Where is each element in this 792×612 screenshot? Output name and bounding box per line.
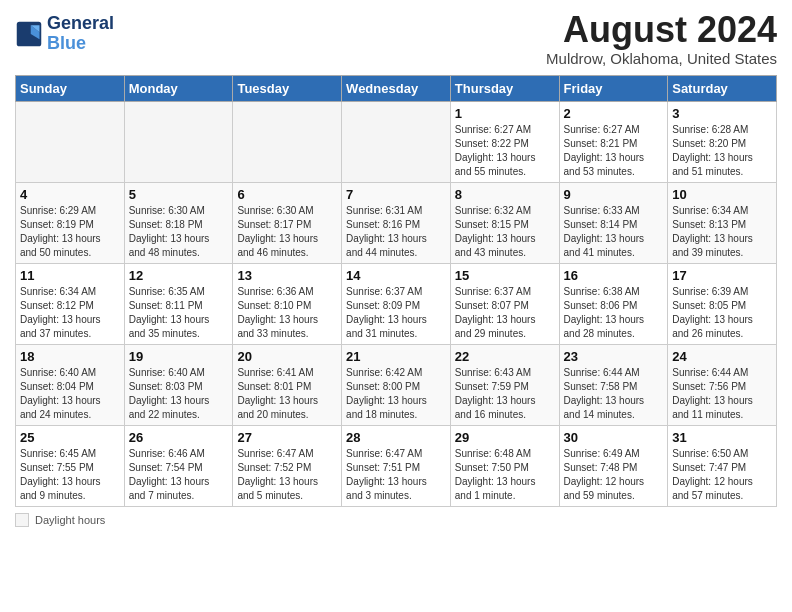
day-number: 14 xyxy=(346,268,446,283)
day-cell: 17Sunrise: 6:39 AM Sunset: 8:05 PM Dayli… xyxy=(668,263,777,344)
day-info: Sunrise: 6:50 AM Sunset: 7:47 PM Dayligh… xyxy=(672,447,772,503)
day-info: Sunrise: 6:47 AM Sunset: 7:52 PM Dayligh… xyxy=(237,447,337,503)
day-cell: 24Sunrise: 6:44 AM Sunset: 7:56 PM Dayli… xyxy=(668,344,777,425)
col-header-monday: Monday xyxy=(124,75,233,101)
day-info: Sunrise: 6:43 AM Sunset: 7:59 PM Dayligh… xyxy=(455,366,555,422)
day-info: Sunrise: 6:38 AM Sunset: 8:06 PM Dayligh… xyxy=(564,285,664,341)
day-cell: 12Sunrise: 6:35 AM Sunset: 8:11 PM Dayli… xyxy=(124,263,233,344)
main-title: August 2024 xyxy=(546,10,777,50)
day-cell: 4Sunrise: 6:29 AM Sunset: 8:19 PM Daylig… xyxy=(16,182,125,263)
logo-line1: General xyxy=(47,14,114,34)
day-info: Sunrise: 6:27 AM Sunset: 8:21 PM Dayligh… xyxy=(564,123,664,179)
day-info: Sunrise: 6:41 AM Sunset: 8:01 PM Dayligh… xyxy=(237,366,337,422)
day-cell: 31Sunrise: 6:50 AM Sunset: 7:47 PM Dayli… xyxy=(668,425,777,506)
day-number: 6 xyxy=(237,187,337,202)
col-header-wednesday: Wednesday xyxy=(342,75,451,101)
day-number: 7 xyxy=(346,187,446,202)
col-header-thursday: Thursday xyxy=(450,75,559,101)
day-info: Sunrise: 6:42 AM Sunset: 8:00 PM Dayligh… xyxy=(346,366,446,422)
day-number: 12 xyxy=(129,268,229,283)
title-block: August 2024 Muldrow, Oklahoma, United St… xyxy=(546,10,777,67)
day-info: Sunrise: 6:36 AM Sunset: 8:10 PM Dayligh… xyxy=(237,285,337,341)
day-number: 24 xyxy=(672,349,772,364)
legend-label: Daylight hours xyxy=(35,514,105,526)
day-info: Sunrise: 6:45 AM Sunset: 7:55 PM Dayligh… xyxy=(20,447,120,503)
day-number: 17 xyxy=(672,268,772,283)
logo-line2: Blue xyxy=(47,34,114,54)
day-number: 20 xyxy=(237,349,337,364)
day-info: Sunrise: 6:40 AM Sunset: 8:04 PM Dayligh… xyxy=(20,366,120,422)
calendar-table: SundayMondayTuesdayWednesdayThursdayFrid… xyxy=(15,75,777,507)
day-cell: 10Sunrise: 6:34 AM Sunset: 8:13 PM Dayli… xyxy=(668,182,777,263)
day-info: Sunrise: 6:30 AM Sunset: 8:18 PM Dayligh… xyxy=(129,204,229,260)
day-number: 8 xyxy=(455,187,555,202)
day-number: 18 xyxy=(20,349,120,364)
header-row: SundayMondayTuesdayWednesdayThursdayFrid… xyxy=(16,75,777,101)
day-info: Sunrise: 6:33 AM Sunset: 8:14 PM Dayligh… xyxy=(564,204,664,260)
day-cell: 27Sunrise: 6:47 AM Sunset: 7:52 PM Dayli… xyxy=(233,425,342,506)
day-cell: 29Sunrise: 6:48 AM Sunset: 7:50 PM Dayli… xyxy=(450,425,559,506)
day-cell: 3Sunrise: 6:28 AM Sunset: 8:20 PM Daylig… xyxy=(668,101,777,182)
day-number: 3 xyxy=(672,106,772,121)
day-cell: 18Sunrise: 6:40 AM Sunset: 8:04 PM Dayli… xyxy=(16,344,125,425)
day-number: 2 xyxy=(564,106,664,121)
day-info: Sunrise: 6:49 AM Sunset: 7:48 PM Dayligh… xyxy=(564,447,664,503)
logo-icon xyxy=(15,20,43,48)
header: General Blue August 2024 Muldrow, Oklaho… xyxy=(15,10,777,67)
day-cell: 2Sunrise: 6:27 AM Sunset: 8:21 PM Daylig… xyxy=(559,101,668,182)
week-row-4: 18Sunrise: 6:40 AM Sunset: 8:04 PM Dayli… xyxy=(16,344,777,425)
day-cell xyxy=(16,101,125,182)
col-header-friday: Friday xyxy=(559,75,668,101)
day-cell: 28Sunrise: 6:47 AM Sunset: 7:51 PM Dayli… xyxy=(342,425,451,506)
day-info: Sunrise: 6:44 AM Sunset: 7:56 PM Dayligh… xyxy=(672,366,772,422)
day-number: 15 xyxy=(455,268,555,283)
day-number: 10 xyxy=(672,187,772,202)
day-info: Sunrise: 6:48 AM Sunset: 7:50 PM Dayligh… xyxy=(455,447,555,503)
day-number: 4 xyxy=(20,187,120,202)
day-number: 27 xyxy=(237,430,337,445)
day-info: Sunrise: 6:46 AM Sunset: 7:54 PM Dayligh… xyxy=(129,447,229,503)
day-number: 30 xyxy=(564,430,664,445)
legend-box xyxy=(15,513,29,527)
day-cell: 11Sunrise: 6:34 AM Sunset: 8:12 PM Dayli… xyxy=(16,263,125,344)
day-number: 28 xyxy=(346,430,446,445)
day-info: Sunrise: 6:29 AM Sunset: 8:19 PM Dayligh… xyxy=(20,204,120,260)
day-cell: 26Sunrise: 6:46 AM Sunset: 7:54 PM Dayli… xyxy=(124,425,233,506)
week-row-2: 4Sunrise: 6:29 AM Sunset: 8:19 PM Daylig… xyxy=(16,182,777,263)
day-cell: 19Sunrise: 6:40 AM Sunset: 8:03 PM Dayli… xyxy=(124,344,233,425)
day-number: 21 xyxy=(346,349,446,364)
day-cell: 7Sunrise: 6:31 AM Sunset: 8:16 PM Daylig… xyxy=(342,182,451,263)
day-info: Sunrise: 6:34 AM Sunset: 8:13 PM Dayligh… xyxy=(672,204,772,260)
day-cell: 13Sunrise: 6:36 AM Sunset: 8:10 PM Dayli… xyxy=(233,263,342,344)
day-cell: 14Sunrise: 6:37 AM Sunset: 8:09 PM Dayli… xyxy=(342,263,451,344)
day-info: Sunrise: 6:35 AM Sunset: 8:11 PM Dayligh… xyxy=(129,285,229,341)
day-number: 1 xyxy=(455,106,555,121)
day-cell: 21Sunrise: 6:42 AM Sunset: 8:00 PM Dayli… xyxy=(342,344,451,425)
day-cell: 9Sunrise: 6:33 AM Sunset: 8:14 PM Daylig… xyxy=(559,182,668,263)
day-cell xyxy=(342,101,451,182)
day-cell: 6Sunrise: 6:30 AM Sunset: 8:17 PM Daylig… xyxy=(233,182,342,263)
day-info: Sunrise: 6:31 AM Sunset: 8:16 PM Dayligh… xyxy=(346,204,446,260)
week-row-5: 25Sunrise: 6:45 AM Sunset: 7:55 PM Dayli… xyxy=(16,425,777,506)
day-number: 31 xyxy=(672,430,772,445)
day-cell: 25Sunrise: 6:45 AM Sunset: 7:55 PM Dayli… xyxy=(16,425,125,506)
day-cell xyxy=(124,101,233,182)
day-info: Sunrise: 6:44 AM Sunset: 7:58 PM Dayligh… xyxy=(564,366,664,422)
week-row-1: 1Sunrise: 6:27 AM Sunset: 8:22 PM Daylig… xyxy=(16,101,777,182)
day-info: Sunrise: 6:32 AM Sunset: 8:15 PM Dayligh… xyxy=(455,204,555,260)
day-cell: 20Sunrise: 6:41 AM Sunset: 8:01 PM Dayli… xyxy=(233,344,342,425)
day-number: 25 xyxy=(20,430,120,445)
day-info: Sunrise: 6:28 AM Sunset: 8:20 PM Dayligh… xyxy=(672,123,772,179)
day-info: Sunrise: 6:37 AM Sunset: 8:09 PM Dayligh… xyxy=(346,285,446,341)
day-cell: 5Sunrise: 6:30 AM Sunset: 8:18 PM Daylig… xyxy=(124,182,233,263)
day-cell: 23Sunrise: 6:44 AM Sunset: 7:58 PM Dayli… xyxy=(559,344,668,425)
logo: General Blue xyxy=(15,14,114,54)
day-info: Sunrise: 6:30 AM Sunset: 8:17 PM Dayligh… xyxy=(237,204,337,260)
day-cell: 1Sunrise: 6:27 AM Sunset: 8:22 PM Daylig… xyxy=(450,101,559,182)
col-header-saturday: Saturday xyxy=(668,75,777,101)
day-number: 9 xyxy=(564,187,664,202)
day-number: 22 xyxy=(455,349,555,364)
day-info: Sunrise: 6:34 AM Sunset: 8:12 PM Dayligh… xyxy=(20,285,120,341)
day-number: 23 xyxy=(564,349,664,364)
col-header-tuesday: Tuesday xyxy=(233,75,342,101)
